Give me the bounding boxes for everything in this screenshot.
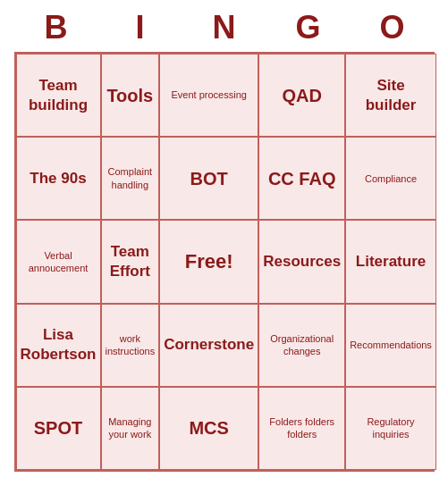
bingo-cell-18: Organizational changes [258, 304, 345, 387]
letter-n: N [189, 9, 260, 46]
bingo-cell-11: Team Effort [101, 220, 160, 303]
bingo-cell-4: Site builder [345, 54, 436, 137]
letter-b: B [21, 9, 92, 46]
bingo-cell-13: Resources [258, 220, 345, 303]
bingo-cell-14: Literature [345, 220, 436, 303]
bingo-cell-7: BOT [159, 137, 258, 220]
bingo-cell-8: CC FAQ [258, 137, 345, 220]
bingo-cell-24: Regulatory inquiries [345, 387, 436, 470]
bingo-cell-12: Free! [159, 220, 258, 303]
bingo-cell-5: The 90s [16, 137, 101, 220]
bingo-cell-23: Folders folders folders [258, 387, 345, 470]
bingo-cell-6: Complaint handling [101, 137, 160, 220]
bingo-cell-16: work instructions [101, 304, 160, 387]
bingo-cell-21: Managing your work [101, 387, 160, 470]
bingo-cell-3: QAD [258, 54, 345, 137]
bingo-cell-9: Compliance [345, 137, 436, 220]
bingo-cell-19: Recommendations [345, 304, 436, 387]
bingo-cell-0: Team building [16, 54, 101, 137]
bingo-cell-17: Cornerstone [159, 304, 258, 387]
bingo-cell-15: Lisa Robertson [16, 304, 101, 387]
letter-o: O [357, 9, 428, 46]
bingo-cell-2: Event processing [159, 54, 258, 137]
bingo-cell-20: SPOT [16, 387, 101, 470]
letter-g: G [273, 9, 344, 46]
bingo-title: B I N G O [14, 0, 435, 52]
bingo-cell-10: Verbal annoucement [16, 220, 101, 303]
letter-i: I [105, 9, 176, 46]
bingo-grid: Team buildingToolsEvent processingQADSit… [14, 52, 435, 472]
bingo-cell-1: Tools [101, 54, 160, 137]
bingo-cell-22: MCS [159, 387, 258, 470]
